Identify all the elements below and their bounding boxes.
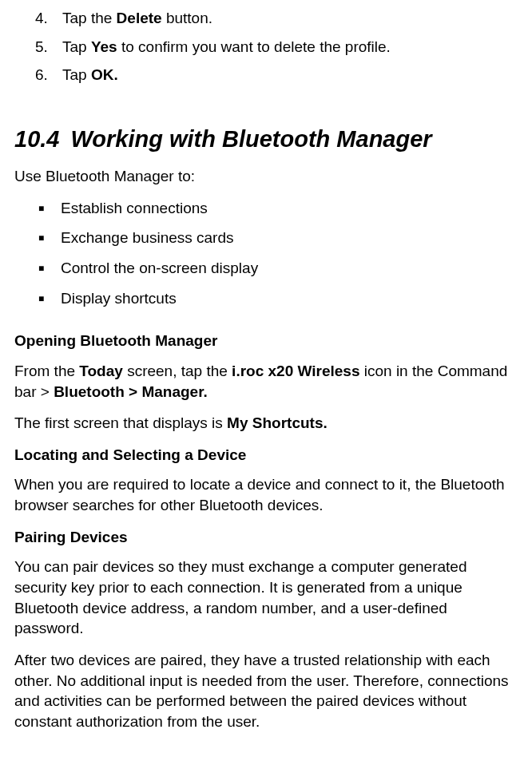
list-text: Tap Yes to confirm you want to delete th… [62, 37, 391, 57]
bullet-text: Exchange business cards [61, 228, 234, 248]
square-bullet-icon: ■ [38, 198, 61, 219]
square-bullet-icon: ■ [38, 258, 61, 279]
section-heading: 10.4Working with Bluetooth Manager [14, 124, 518, 155]
subheading-opening: Opening Bluetooth Manager [14, 331, 518, 351]
paragraph: After two devices are paired, they have … [14, 650, 518, 732]
list-item: 5. Tap Yes to confirm you want to delete… [14, 37, 518, 57]
list-item: 4. Tap the Delete button. [14, 8, 518, 29]
list-number: 6. [35, 65, 62, 85]
list-text: Tap OK. [62, 65, 118, 85]
list-number: 5. [35, 37, 62, 57]
square-bullet-icon: ■ [38, 228, 61, 248]
list-item: 6. Tap OK. [14, 65, 518, 85]
paragraph: From the Today screen, tap the i.roc x20… [14, 361, 518, 402]
intro-text: Use Bluetooth Manager to: [14, 166, 518, 187]
bullet-text: Establish connections [61, 198, 208, 219]
section-number: 10.4 [14, 126, 59, 152]
paragraph: When you are required to locate a device… [14, 474, 518, 515]
square-bullet-icon: ■ [38, 288, 61, 309]
subheading-locating: Locating and Selecting a Device [14, 445, 518, 466]
bullet-text: Display shortcuts [61, 288, 177, 309]
paragraph: The first screen that displays is My Sho… [14, 413, 518, 434]
bullet-item: ■ Establish connections [14, 198, 518, 219]
paragraph: You can pair devices so they must exchan… [14, 557, 518, 639]
bullet-item: ■ Control the on-screen display [14, 258, 518, 279]
bullet-item: ■ Display shortcuts [14, 288, 518, 309]
list-number: 4. [35, 8, 62, 29]
section-title: Working with Bluetooth Manager [70, 126, 431, 152]
bullet-item: ■ Exchange business cards [14, 228, 518, 248]
subheading-pairing: Pairing Devices [14, 527, 518, 548]
bullet-text: Control the on-screen display [61, 258, 258, 279]
list-text: Tap the Delete button. [62, 8, 212, 29]
